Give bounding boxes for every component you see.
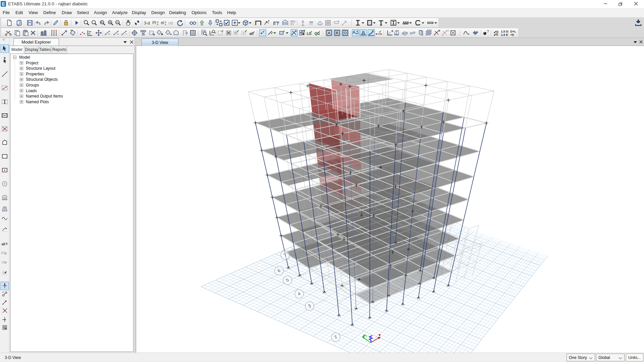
svg-text:Pl: Pl: [152, 20, 156, 25]
svg-text:+E: +E: [511, 33, 514, 37]
svg-text:E: E: [392, 29, 394, 33]
svg-text:3-d: 3-d: [144, 21, 150, 25]
svg-text:HZ: HZ: [446, 29, 449, 32]
svg-text:1.5 E: 1.5 E: [501, 33, 508, 37]
svg-text:PS: PS: [1, 251, 6, 255]
svg-text:Loads: Loads: [26, 88, 37, 93]
svg-text:1.0 D: 1.0 D: [501, 30, 508, 33]
svg-text:D+L: D+L: [511, 30, 517, 33]
svg-text:n: n: [157, 23, 158, 26]
svg-text:clr: clr: [2, 260, 5, 264]
svg-text:Model: Model: [19, 55, 30, 60]
svg-text:v: v: [165, 23, 166, 26]
svg-text:B: B: [336, 31, 338, 35]
svg-text:Structure Layout: Structure Layout: [26, 66, 56, 71]
svg-text:Properties: Properties: [26, 72, 44, 76]
svg-text:A: A: [328, 31, 330, 35]
svg-text:E: E: [439, 29, 441, 32]
svg-text:Named Plots: Named Plots: [26, 100, 49, 104]
svg-text:nd: nd: [168, 21, 173, 25]
svg-text:?: ?: [487, 29, 489, 34]
svg-text:E: E: [496, 33, 498, 36]
svg-text:el: el: [161, 20, 164, 25]
svg-text:O: O: [344, 31, 347, 35]
svg-text:Named Output Items: Named Output Items: [26, 94, 63, 99]
svg-text:Groups: Groups: [26, 83, 39, 87]
svg-text:K: K: [434, 34, 436, 37]
svg-text:K: K: [442, 34, 444, 37]
svg-text:all: all: [249, 32, 253, 36]
svg-text:Structural Objects: Structural Objects: [26, 77, 58, 82]
svg-text:Project: Project: [26, 61, 39, 65]
svg-text:all: all: [1, 242, 5, 246]
